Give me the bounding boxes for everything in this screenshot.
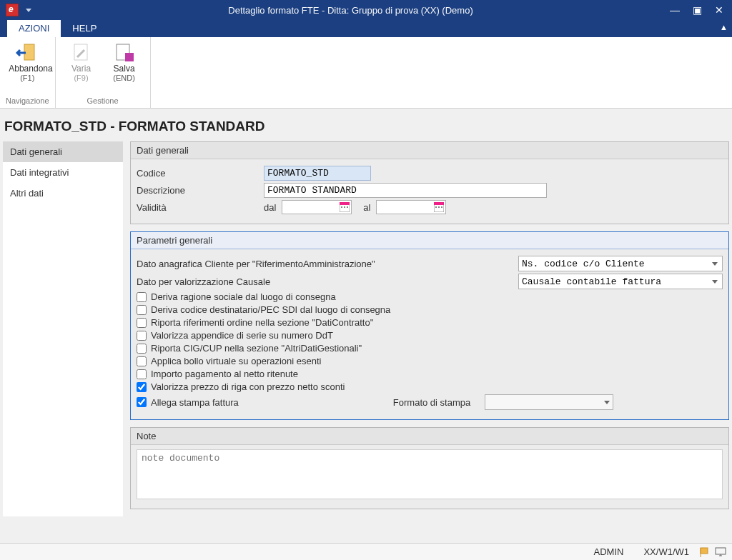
chk-bollo-virtuale-label: Applica bollo virtuale su operazioni ese… [151, 356, 321, 366]
chk-cig-cup[interactable] [137, 344, 147, 354]
body-area: Dati generali Dati integrativi Altri dat… [0, 141, 732, 516]
ribbon-tabstrip: AZIONI HELP ▲ [0, 20, 732, 37]
chk-deriva-ragione[interactable] [137, 292, 147, 302]
panel-title-parametri: Parametri generali [131, 232, 728, 249]
ribbon-group-label-nav: Navigazione [6, 95, 49, 106]
panel-body-parametri: Dato anagrafica Cliente per "Riferimento… [131, 249, 728, 419]
chk-allega-stampa-label: Allega stampa fattura [151, 397, 239, 408]
tab-help[interactable]: HELP [61, 20, 108, 37]
ribbon-group-gestione: Varia (F9) Salva (END) Gestione [56, 37, 151, 108]
varia-sub: (F9) [63, 74, 100, 82]
calendar-icon[interactable] [434, 202, 444, 212]
svg-rect-10 [434, 202, 444, 205]
chk-importo-netto[interactable] [137, 369, 147, 379]
rif-amministrazione-value: Ns. codice c/o Cliente [522, 259, 645, 269]
varia-button: Varia (F9) [61, 40, 102, 95]
chk-cig-cup-label: Riporta CIG/CUP nella sezione "AltriDati… [151, 343, 362, 354]
svg-rect-14 [701, 548, 708, 554]
panel-note: Note [130, 427, 729, 509]
validita-al-field[interactable] [376, 200, 446, 214]
panel-dati-generali: Dati generali Codice Descrizione Validit… [130, 141, 729, 224]
descrizione-label: Descrizione [137, 185, 258, 196]
abbandona-sub: (F1) [9, 74, 46, 82]
panel-title-dati-generali: Dati generali [131, 142, 728, 159]
chevron-down-icon [712, 262, 718, 266]
maximize-button[interactable]: ▣ [693, 4, 702, 16]
svg-rect-3 [125, 53, 134, 61]
chk-deriva-destinatario[interactable] [137, 305, 147, 315]
causale-label: Dato per valorizzazione Causale [137, 276, 513, 287]
formato-stampa-label: Formato di stampa [393, 397, 470, 408]
svg-rect-6 [341, 206, 342, 208]
quick-access-toolbar[interactable] [26, 9, 31, 12]
qat-dropdown-icon[interactable] [26, 9, 31, 12]
page-title: FORMATO_STD - FORMATO STANDARD [0, 109, 732, 141]
salva-button[interactable]: Salva (END) [104, 40, 144, 95]
chk-prezzo-netto-sconti-label: Valorizza prezzo di riga con prezzo nett… [151, 381, 345, 392]
status-flag-icon[interactable] [699, 546, 711, 558]
edit-icon [70, 43, 93, 63]
codice-field[interactable] [264, 166, 371, 181]
tab-azioni[interactable]: AZIONI [7, 20, 61, 37]
chk-appendice-serie[interactable] [137, 331, 147, 341]
svg-rect-7 [344, 206, 345, 208]
close-button[interactable]: ✕ [715, 4, 723, 16]
calendar-icon[interactable] [340, 202, 350, 212]
varia-label: Varia [63, 64, 100, 74]
descrizione-field[interactable] [264, 183, 547, 198]
side-nav: Dati generali Dati integrativi Altri dat… [3, 141, 123, 516]
svg-rect-16 [716, 548, 726, 554]
note-textarea[interactable] [137, 449, 723, 499]
causale-value: Causale contabile fattura [522, 276, 661, 287]
sidebar-item-altri-dati[interactable]: Altri dati [3, 183, 123, 204]
ribbon: Abbandona (F1) Navigazione Varia (F9) Sa… [0, 37, 732, 109]
svg-rect-0 [24, 44, 34, 60]
window-controls: — ▣ ✕ [670, 4, 726, 16]
formato-stampa-select[interactable] [485, 394, 613, 410]
panel-parametri-generali: Parametri generali Dato anagrafica Clien… [130, 231, 729, 420]
chk-deriva-ragione-label: Deriva ragione sociale dal luogo di cons… [151, 291, 336, 302]
chk-riferimenti-ordine-label: Riporta riferimenti ordine nella sezione… [151, 317, 373, 328]
status-path: XX/W1/W1 [643, 546, 689, 557]
ribbon-group-navigazione: Abbandona (F1) Navigazione [0, 37, 56, 108]
main-content: Dati generali Codice Descrizione Validit… [130, 141, 729, 516]
chevron-down-icon [712, 280, 718, 284]
rif-amministrazione-label: Dato anagrafica Cliente per "Riferimento… [137, 259, 513, 269]
svg-rect-5 [340, 202, 350, 205]
window-title: Dettaglio formato FTE - Ditta: Gruppo di… [31, 5, 670, 16]
salva-label: Salva [106, 64, 143, 74]
chk-appendice-serie-label: Valorizza appendice di serie su numero D… [151, 330, 333, 341]
svg-rect-8 [347, 206, 348, 208]
abbandona-button[interactable]: Abbandona (F1) [7, 40, 47, 95]
status-monitor-icon[interactable] [715, 546, 726, 558]
ribbon-group-label-gest: Gestione [87, 95, 119, 106]
svg-rect-11 [435, 206, 437, 208]
chk-allega-stampa[interactable] [137, 397, 147, 407]
chk-prezzo-netto-sconti[interactable] [137, 382, 147, 392]
exit-icon [16, 43, 39, 63]
panel-body-note [131, 445, 728, 509]
validita-label: Validità [137, 202, 258, 213]
statusbar: ADMIN XX/W1/W1 [0, 543, 732, 560]
validita-dal-field[interactable] [282, 200, 352, 214]
abbandona-label: Abbandona [9, 64, 46, 74]
rif-amministrazione-select[interactable]: Ns. codice c/o Cliente [518, 256, 723, 271]
status-user: ADMIN [594, 546, 624, 557]
sidebar-item-dati-integrativi[interactable]: Dati integrativi [3, 162, 123, 183]
app-icon [6, 4, 19, 16]
titlebar: Dettaglio formato FTE - Ditta: Gruppo di… [0, 0, 732, 20]
causale-select[interactable]: Causale contabile fattura [518, 274, 723, 289]
svg-rect-12 [438, 206, 440, 208]
chk-importo-netto-label: Importo pagamento al netto ritenute [151, 369, 298, 379]
chevron-down-icon [604, 401, 610, 404]
ribbon-expand-icon[interactable]: ▲ [720, 23, 728, 31]
codice-label: Codice [137, 168, 258, 179]
svg-rect-13 [441, 206, 442, 208]
sidebar-item-dati-generali[interactable]: Dati generali [3, 141, 123, 162]
panel-title-note: Note [131, 428, 728, 445]
minimize-button[interactable]: — [670, 4, 680, 16]
chk-deriva-destinatario-label: Deriva codice destinatario/PEC SDI dal l… [151, 304, 390, 315]
chk-bollo-virtuale[interactable] [137, 356, 147, 366]
chk-riferimenti-ordine[interactable] [137, 318, 147, 328]
save-icon [113, 43, 136, 63]
